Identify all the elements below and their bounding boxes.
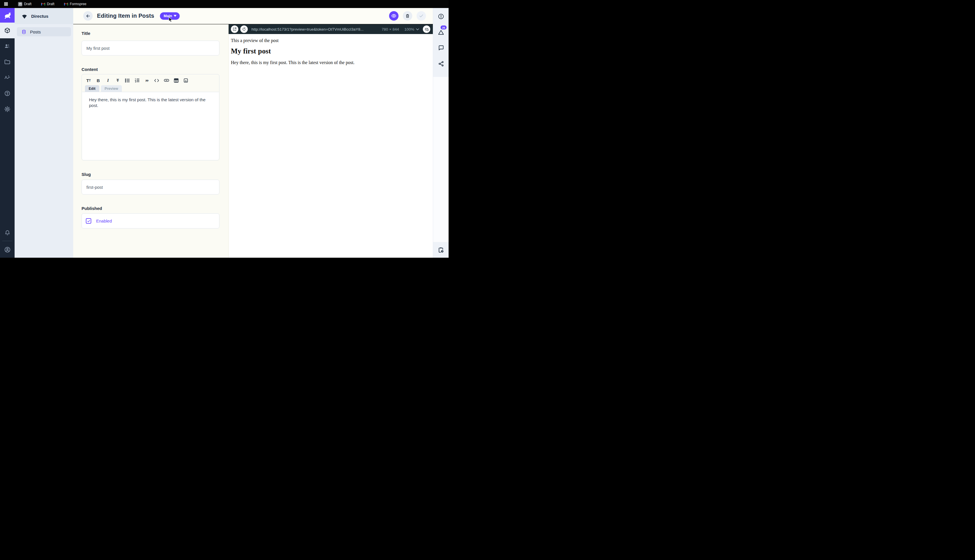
slug-field-label: Slug: [82, 172, 91, 177]
arrow-left-icon: [85, 13, 91, 18]
module-bar-bottom: [0, 227, 15, 258]
editor-tabs: Edit Preview: [82, 85, 219, 92]
page-header: Editing Item in Posts Main: [73, 8, 433, 24]
chevron-down-icon: [174, 15, 177, 17]
information-button[interactable]: [433, 13, 448, 20]
comment-icon: [438, 45, 444, 51]
eye-icon: [391, 13, 397, 18]
module-help[interactable]: [0, 85, 15, 101]
preview-url[interactable]: http://localhost:5173/1?preview=true&tok…: [252, 27, 378, 32]
browser-tab-formspree[interactable]: Formspree: [64, 2, 87, 6]
module-content[interactable]: [0, 23, 15, 38]
preview-toolbar: http://localhost:5173/1?preview=true&tok…: [228, 24, 433, 34]
published-field-label: Published: [82, 206, 102, 211]
comments-button[interactable]: [433, 45, 448, 51]
tab-label: Draft: [47, 2, 54, 6]
markdown-editor: TT B I T ”: [82, 74, 220, 160]
live-preview-pane: http://localhost:5173/1?preview=true&tok…: [228, 24, 433, 258]
mouse-cursor: [168, 17, 173, 23]
directus-app: Draft Draft Formspree: [0, 0, 448, 258]
preview-intro-text: This a preview of the post: [231, 38, 433, 43]
back-button[interactable]: [83, 11, 93, 21]
module-settings[interactable]: [0, 101, 15, 117]
folder-icon: [4, 58, 11, 65]
markdown-textarea[interactable]: Hey there, this is my first post. This i…: [82, 92, 219, 160]
notices-button[interactable]: [433, 29, 448, 36]
sidebar-item-posts[interactable]: Posts: [17, 27, 71, 36]
tab-edit[interactable]: Edit: [85, 85, 99, 92]
preview-heading: My first post: [231, 47, 433, 55]
title-input[interactable]: My first post: [82, 41, 220, 55]
gear-icon: [4, 106, 11, 112]
item-edit-form: Title My first post Content TT B I T ”: [73, 24, 228, 258]
divider: [2, 241, 12, 241]
numbered-list-icon[interactable]: [134, 78, 140, 83]
info-icon: [438, 13, 444, 20]
bold-icon[interactable]: B: [95, 78, 101, 83]
published-field: Enabled: [82, 213, 220, 228]
check-icon: [419, 13, 424, 18]
zoom-value: 100%: [404, 27, 414, 32]
project-header[interactable]: Directus: [15, 8, 73, 24]
format-size-icon[interactable]: TT: [85, 78, 92, 83]
help-icon: [4, 90, 11, 97]
gmail-icon: [41, 3, 45, 6]
pending-revisions-cell[interactable]: [433, 242, 448, 258]
open-in-new-button[interactable]: [231, 25, 238, 33]
preview-document: This a preview of the post My first post…: [228, 34, 433, 65]
notifications-button[interactable]: [0, 227, 15, 239]
module-insights[interactable]: [0, 70, 15, 85]
editor-toolbar: TT B I T ”: [82, 74, 219, 84]
preview-dimensions: 780 × 844: [382, 27, 399, 32]
link-icon[interactable]: [163, 79, 169, 82]
preview-body-text: Hey there, this is my first post. This i…: [231, 60, 433, 65]
preview-toggle-button[interactable]: [389, 11, 398, 21]
italic-icon[interactable]: I: [105, 78, 111, 83]
save-button[interactable]: [417, 11, 426, 21]
bell-icon: [4, 230, 11, 236]
module-users[interactable]: [0, 38, 15, 54]
alert-triangle-icon: [438, 29, 444, 36]
database-icon: [22, 30, 26, 34]
browser-tab-gmail-draft[interactable]: Draft: [41, 2, 54, 6]
tab-preview[interactable]: Preview: [101, 85, 122, 92]
directus-logo[interactable]: [0, 8, 15, 23]
calendar-icon: [18, 2, 22, 6]
chevron-down-icon: [416, 28, 419, 30]
refresh-button[interactable]: [240, 25, 248, 33]
checkbox-checked-icon[interactable]: [86, 218, 91, 224]
image-icon[interactable]: [183, 78, 189, 83]
tab-label: Draft: [24, 2, 32, 6]
browser-tab-bar: Draft Draft Formspree: [0, 0, 448, 8]
slug-value: first-post: [87, 185, 103, 190]
page-title: Editing Item in Posts: [97, 13, 154, 19]
preview-zoom-select[interactable]: 100%: [404, 27, 419, 32]
insights-icon: [4, 74, 11, 81]
trash-icon: [405, 13, 410, 18]
slug-input[interactable]: first-post: [82, 180, 220, 195]
user-menu-button[interactable]: [0, 243, 15, 257]
share-icon: [438, 61, 444, 67]
sidebar-item-label: Posts: [30, 30, 41, 34]
title-field-label: Title: [82, 31, 90, 36]
project-fan-icon: [22, 13, 27, 19]
published-checkbox-label[interactable]: Enabled: [96, 218, 112, 223]
quote-icon[interactable]: ”: [144, 78, 150, 83]
bulleted-list-icon[interactable]: [125, 78, 130, 83]
user-avatar-icon: [4, 246, 11, 253]
tab-grid-icon[interactable]: [4, 2, 8, 6]
shares-button[interactable]: [433, 61, 448, 67]
content-value: Hey there, this is my first post. This i…: [89, 97, 207, 108]
navigation-sidebar: Directus Posts: [15, 8, 73, 258]
delete-button[interactable]: [403, 11, 412, 21]
device-size-button[interactable]: [423, 25, 430, 33]
module-bar: [0, 8, 15, 258]
content-field-label: Content: [82, 67, 98, 72]
browser-tab-calendar-draft[interactable]: Draft: [18, 2, 32, 6]
code-icon[interactable]: [153, 78, 160, 82]
right-sidebar: 25: [433, 8, 448, 258]
strikethrough-icon[interactable]: T: [115, 78, 121, 83]
table-icon[interactable]: [173, 78, 179, 83]
module-files[interactable]: [0, 54, 15, 70]
clipboard-clock-icon: [437, 247, 444, 253]
